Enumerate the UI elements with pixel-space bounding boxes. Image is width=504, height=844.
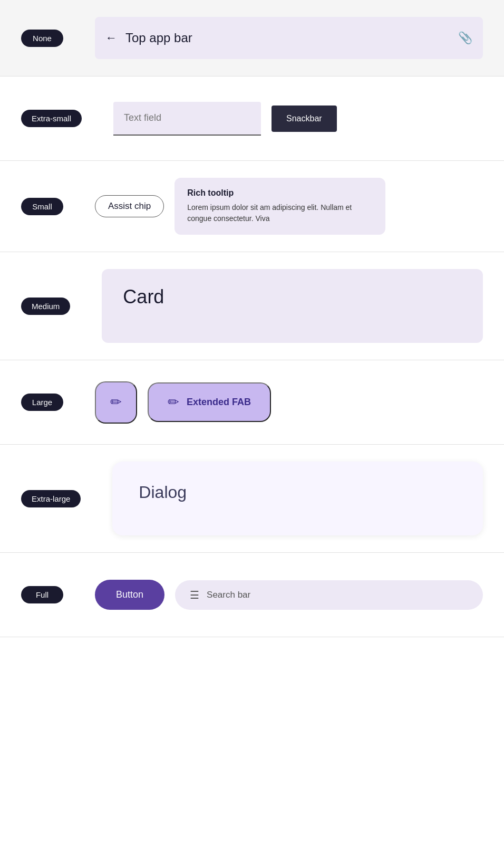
dialog[interactable]: Dialog	[112, 462, 483, 535]
fab-pencil-icon: ✏	[110, 394, 122, 410]
row-large: Large ✏ ✏ Extended FAB	[0, 360, 504, 445]
row-medium: Medium Card	[0, 252, 504, 360]
dialog-title: Dialog	[139, 483, 187, 502]
filled-button[interactable]: Button	[95, 580, 164, 610]
badge-none: None	[21, 30, 63, 47]
content-small: Assist chip Rich tooltip Lorem ipsum dol…	[95, 178, 483, 235]
text-field-input[interactable]	[113, 102, 261, 136]
assist-chip[interactable]: Assist chip	[95, 195, 164, 217]
rich-tooltip: Rich tooltip Lorem ipsum dolor sit am ad…	[175, 178, 385, 235]
content-extra-small: Snackbar	[113, 102, 483, 136]
card-title: Card	[123, 286, 164, 308]
card[interactable]: Card	[102, 269, 483, 343]
content-full: Button ☰ Search bar	[95, 580, 483, 610]
attachment-icon[interactable]: 📎	[458, 31, 472, 45]
row-extra-small: Extra-small Snackbar	[0, 76, 504, 161]
extended-fab-pencil-icon: ✏	[168, 394, 179, 410]
row-none: None ← Top app bar 📎	[0, 0, 504, 76]
fab-button[interactable]: ✏	[95, 381, 137, 424]
top-app-bar-left: ← Top app bar	[105, 31, 192, 45]
badge-large: Large	[21, 394, 63, 411]
rich-tooltip-title: Rich tooltip	[187, 188, 373, 198]
search-bar-placeholder: Search bar	[207, 590, 250, 600]
content-medium: Card	[102, 269, 483, 343]
badge-small: Small	[21, 198, 63, 215]
content-large: ✏ ✏ Extended FAB	[95, 381, 483, 424]
badge-extra-small: Extra-small	[21, 110, 82, 127]
badge-full: Full	[21, 586, 63, 603]
snackbar: Snackbar	[272, 106, 337, 132]
row-extra-large: Extra-large Dialog	[0, 445, 504, 553]
badge-medium: Medium	[21, 298, 70, 315]
rich-tooltip-body: Lorem ipsum dolor sit am adipiscing elit…	[187, 202, 373, 224]
menu-icon: ☰	[190, 589, 199, 601]
row-full: Full Button ☰ Search bar	[0, 553, 504, 637]
top-app-bar: ← Top app bar 📎	[95, 17, 483, 59]
content-none: ← Top app bar 📎	[95, 17, 483, 59]
content-extra-large: Dialog	[112, 462, 483, 535]
search-bar[interactable]: ☰ Search bar	[175, 580, 483, 610]
extended-fab-label: Extended FAB	[187, 397, 251, 408]
extended-fab-button[interactable]: ✏ Extended FAB	[148, 382, 271, 422]
badge-extra-large: Extra-large	[21, 490, 81, 507]
row-small: Small Assist chip Rich tooltip Lorem ips…	[0, 161, 504, 252]
top-app-bar-title: Top app bar	[125, 31, 192, 45]
back-arrow-icon[interactable]: ←	[105, 31, 117, 45]
